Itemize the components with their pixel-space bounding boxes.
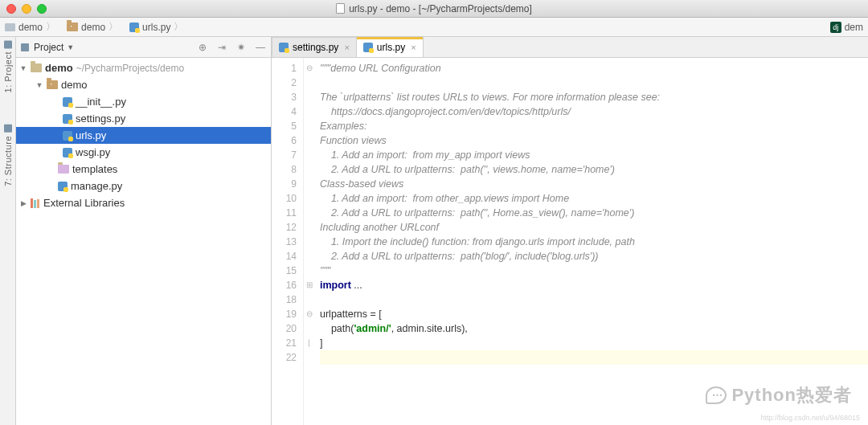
collapse-all-icon[interactable]: ⇥ <box>216 42 227 53</box>
breadcrumb-label: urls.py <box>142 22 170 33</box>
python-file-icon <box>58 182 68 191</box>
tree-folder-templates[interactable]: templates <box>16 161 271 178</box>
breadcrumb-file[interactable]: urls.py 〉 <box>125 18 190 36</box>
project-panel-title[interactable]: Project ▼ <box>34 42 74 53</box>
project-panel-header: Project ▼ ⊕ ⇥ ✷ — <box>16 37 271 58</box>
tree-node-path: ~/PycharmProjects/demo <box>76 63 184 74</box>
tree-file-init[interactable]: __init__.py <box>16 93 271 110</box>
window-minimize-button[interactable] <box>22 4 31 14</box>
hide-panel-icon[interactable]: — <box>255 42 266 53</box>
breadcrumb-package[interactable]: demo 〉 <box>62 18 125 36</box>
python-file-icon <box>63 114 72 124</box>
tree-root[interactable]: ▼ demo ~/PycharmProjects/demo <box>16 59 271 76</box>
scroll-to-source-icon[interactable]: ⊕ <box>197 42 208 53</box>
editor-tabs: settings.py × urls.py × <box>272 37 868 58</box>
tree-external-libraries[interactable]: ▶ External Libraries <box>16 194 271 211</box>
document-icon <box>336 3 345 14</box>
tool-window-rail: 1: Project 7: Structure <box>0 37 16 425</box>
chevron-down-icon: ▼ <box>67 43 74 51</box>
project-tool-window: Project ▼ ⊕ ⇥ ✷ — ▼ demo ~/PycharmProjec… <box>16 37 272 425</box>
templates-folder-icon <box>58 165 69 174</box>
breadcrumb-label: demo <box>18 22 43 33</box>
project-icon <box>4 40 12 48</box>
expand-toggle-icon[interactable]: ▼ <box>35 81 43 89</box>
settings-gear-icon[interactable]: ✷ <box>235 42 247 53</box>
tree-file-wsgi[interactable]: wsgi.py <box>16 144 271 161</box>
tree-node-label: settings.py <box>76 112 125 125</box>
python-file-icon <box>279 43 289 52</box>
window-zoom-button[interactable] <box>37 4 47 14</box>
tree-node-label: wsgi.py <box>76 146 110 158</box>
window-title: urls.py - demo - [~/PycharmProjects/demo… <box>349 3 532 14</box>
python-file-icon <box>363 43 373 52</box>
project-tree[interactable]: ▼ demo ~/PycharmProjects/demo ▼ demo __i… <box>16 58 271 211</box>
navigation-bar: demo 〉 demo 〉 urls.py 〉 dj dem <box>0 18 868 37</box>
close-tab-icon[interactable]: × <box>411 43 416 52</box>
expand-toggle-icon[interactable]: ▶ <box>19 199 27 207</box>
breadcrumb-label: demo <box>81 22 105 33</box>
editor-area: settings.py × urls.py × 1234567891011121… <box>272 37 868 425</box>
tree-node-label: manage.py <box>71 180 122 192</box>
breadcrumb-root[interactable]: demo 〉 <box>0 18 62 36</box>
tab-label: settings.py <box>293 42 338 53</box>
tab-label: urls.py <box>377 42 405 53</box>
tree-package[interactable]: ▼ demo <box>16 76 271 93</box>
tree-node-label: External Libraries <box>43 197 125 209</box>
close-tab-icon[interactable]: × <box>344 43 349 52</box>
tree-file-settings[interactable]: settings.py <box>16 110 271 127</box>
run-config-label[interactable]: dem <box>845 22 863 33</box>
expand-toggle-icon[interactable]: ▼ <box>19 64 27 72</box>
python-file-icon <box>63 97 72 107</box>
tree-node-label: demo <box>45 62 73 74</box>
watermark-text: Python热爱者 <box>731 383 852 407</box>
tree-file-manage[interactable]: manage.py <box>16 178 271 194</box>
tree-node-label: demo <box>61 79 88 91</box>
footer-url: http://blog.csdn.net/u/94/68015 <box>760 414 860 422</box>
tree-node-label: urls.py <box>76 129 106 141</box>
window-titlebar: urls.py - demo - [~/PycharmProjects/demo… <box>0 0 868 18</box>
line-number-gutter[interactable]: 123456789101112131415161819202122 <box>272 58 304 425</box>
tree-file-urls[interactable]: urls.py <box>16 127 271 144</box>
django-icon: dj <box>830 22 841 33</box>
python-file-icon <box>63 131 72 141</box>
folder-icon <box>31 63 42 72</box>
package-icon <box>67 22 78 31</box>
tree-node-label: __init__.py <box>76 96 126 108</box>
code-editor[interactable]: """demo URL ConfigurationThe `urlpattern… <box>315 58 868 425</box>
python-file-icon <box>129 22 139 32</box>
watermark: Python热爱者 <box>706 383 852 407</box>
folder-icon <box>5 23 15 31</box>
libraries-icon <box>31 198 40 208</box>
rail-tab-structure[interactable]: 7: Structure <box>3 125 13 186</box>
editor-tab-urls[interactable]: urls.py × <box>356 37 424 57</box>
tree-node-label: templates <box>72 163 117 175</box>
package-icon <box>47 80 58 89</box>
window-close-button[interactable] <box>6 4 16 14</box>
code-fold-gutter[interactable]: ⊖ ⊞⊖⌊ <box>304 58 315 425</box>
editor-tab-settings[interactable]: settings.py × <box>272 37 357 57</box>
rail-tab-project[interactable]: 1: Project <box>3 40 13 92</box>
python-file-icon <box>63 148 72 157</box>
chat-bubble-icon <box>706 386 727 404</box>
project-view-icon <box>21 43 29 51</box>
structure-icon <box>4 125 12 133</box>
